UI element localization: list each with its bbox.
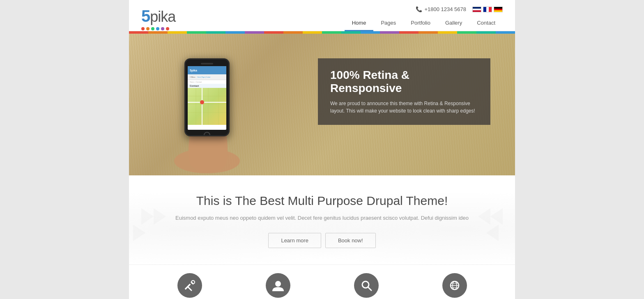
logo: 5pika [141, 7, 175, 25]
main-nav: Home Pages Portfolio Gallery Contact [345, 16, 503, 31]
logo-area: 5pika [141, 7, 175, 30]
header-right: 📞 +1800 1234 5678 Home Pages Portfolio G… [345, 6, 503, 31]
main-heading: This is The Best Multi Purpose Drupal Th… [141, 194, 503, 208]
map-lines-svg [188, 88, 226, 125]
svg-point-9 [200, 100, 204, 104]
flag-uk[interactable] [472, 7, 481, 12]
dot-1 [141, 27, 145, 30]
hero-title: 100% Retina & Rensponsive [330, 69, 478, 95]
header: 5pika 📞 +1800 1234 5678 [129, 0, 515, 31]
hero-text-box: 100% Retina & Rensponsive We are proud t… [318, 58, 490, 125]
dot-5 [161, 27, 164, 30]
phone-device: 5pika ≡ Menu Home | Pages | Contact Home… [184, 58, 230, 136]
icon-item-2 [266, 273, 290, 298]
screen-menubar: ≡ Menu Home | Pages | Contact [188, 74, 226, 80]
nav-home[interactable]: Home [345, 16, 374, 31]
main-subtext: Euismod exputo meus neo oppeto quidem ve… [141, 214, 503, 223]
icons-section [129, 264, 515, 299]
nav-pages[interactable]: Pages [373, 16, 403, 31]
logo-dots [141, 27, 175, 30]
phone-number: 📞 +1800 1234 5678 [416, 6, 466, 12]
logo-number: 5 [141, 7, 150, 25]
hero-section: 5pika ≡ Menu Home | Pages | Contact Home… [129, 34, 515, 175]
screen-breadcrumb: Home > Contact [188, 80, 226, 84]
nav-gallery[interactable]: Gallery [438, 16, 469, 31]
content-section: This is The Best Multi Purpose Drupal Th… [129, 175, 515, 264]
book-now-button[interactable]: Book now! [325, 233, 376, 248]
page-wrapper: 5pika 📞 +1800 1234 5678 [129, 0, 515, 299]
screen-map [188, 88, 226, 125]
dot-4 [156, 27, 159, 30]
svg-line-19 [368, 287, 371, 290]
learn-more-button[interactable]: Learn more [268, 233, 321, 248]
nav-contact[interactable]: Contact [469, 16, 503, 31]
icon-globe [442, 273, 467, 298]
phone-home-button [204, 132, 210, 136]
search-icon [359, 278, 374, 293]
tools-icon [182, 278, 197, 293]
screen-logo: 5pika [190, 69, 197, 72]
contact-bar: 📞 +1800 1234 5678 [416, 6, 503, 12]
phone-screen: 5pika ≡ Menu Home | Pages | Contact Home… [188, 66, 226, 130]
phone-icon: 📞 [416, 6, 422, 12]
nav-portfolio[interactable]: Portfolio [403, 16, 438, 31]
globe-icon [447, 278, 462, 293]
screen-contact-title: Contact [188, 84, 226, 88]
phone-speaker [201, 63, 213, 64]
button-group: Learn more Book now! [141, 233, 503, 248]
phone-hand-area: 5pika ≡ Menu Home | Pages | Contact Home… [162, 46, 252, 173]
icon-search [354, 273, 379, 298]
icon-item-1 [177, 273, 202, 298]
dot-2 [146, 27, 150, 30]
icon-tools [177, 273, 202, 298]
svg-point-17 [275, 281, 281, 287]
logo-name: pika [150, 8, 175, 25]
screen-menu-items: Home | Pages | Contact [197, 76, 210, 78]
icon-user [266, 273, 290, 298]
icon-item-4 [442, 273, 467, 298]
flag-fr[interactable] [483, 7, 492, 12]
screen-menu-label: ≡ Menu [190, 76, 195, 78]
screen-header: 5pika [188, 66, 226, 74]
hero-description: We are proud to announce this theme with… [330, 100, 478, 115]
dot-6 [166, 27, 169, 30]
icon-item-3 [354, 273, 379, 298]
phone-text: +1800 1234 5678 [424, 6, 466, 12]
flag-de[interactable] [494, 7, 503, 12]
dot-3 [151, 27, 154, 30]
flags [472, 7, 503, 12]
user-icon [271, 278, 285, 293]
